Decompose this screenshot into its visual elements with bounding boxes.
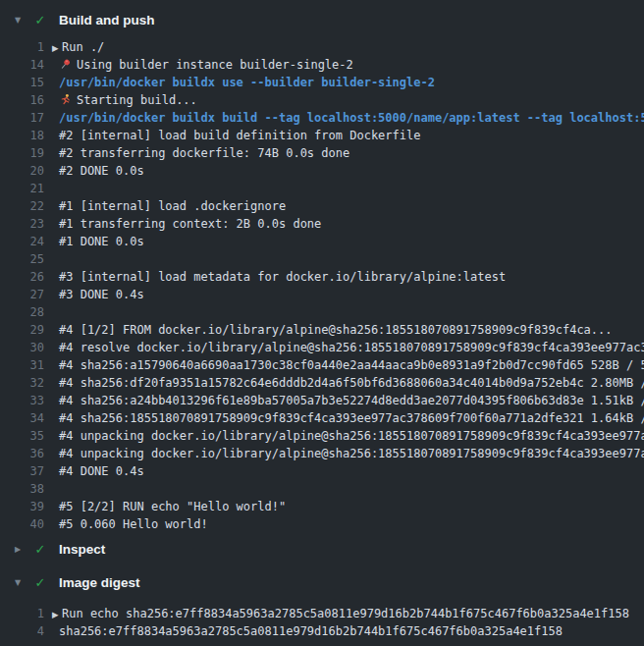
log-line: 39#5 [2/2] RUN echo "Hello world!": [0, 498, 644, 515]
line-number[interactable]: 17: [0, 109, 44, 127]
line-number[interactable]: 37: [0, 462, 44, 480]
line-number[interactable]: 16: [0, 91, 44, 109]
line-number[interactable]: 40: [0, 515, 44, 533]
log-line: 27#3 DONE 0.4s: [0, 286, 644, 303]
log-line: 29#4 [1/2] FROM docker.io/library/alpine…: [0, 321, 644, 339]
chevron-right-icon[interactable]: ▶: [10, 545, 26, 554]
line-content: [44, 180, 644, 197]
step-section-image-digest: ▼✓Image digest1▶Run echo sha256:e7ff8834…: [0, 570, 644, 646]
line-text: #2 DONE 0.0s: [59, 164, 144, 178]
line-number[interactable]: 1: [0, 605, 44, 622]
line-number[interactable]: 18: [0, 127, 44, 144]
job-logs: ▼✓Build and push1▶Run ./14Using builder …: [0, 0, 644, 646]
expand-toggle-icon[interactable]: ▶: [52, 39, 62, 56]
log-line: 37#4 DONE 0.4s: [0, 462, 644, 480]
line-number[interactable]: 31: [0, 356, 44, 374]
log-line: 34#4 sha256:185518070891758909c9f839cf4c…: [0, 409, 644, 427]
step-title: Build and push: [59, 13, 155, 27]
log-line: 4sha256:e7ff8834a5963a2785c5a0811e979d16…: [0, 622, 644, 640]
line-text: #1 [internal] load .dockerignore: [59, 199, 286, 213]
line-content: [44, 303, 644, 321]
expand-toggle-icon[interactable]: ▶: [52, 606, 62, 622]
line-number[interactable]: 24: [0, 233, 44, 250]
line-number[interactable]: 34: [0, 409, 44, 427]
line-number[interactable]: 39: [0, 498, 44, 515]
line-number[interactable]: 1: [0, 38, 44, 56]
log-block: 1▶Run ./14Using builder instance builder…: [0, 31, 644, 537]
line-number[interactable]: 26: [0, 268, 44, 286]
log-line: 25: [0, 250, 644, 268]
line-number[interactable]: 23: [0, 215, 44, 233]
log-line: 22#1 [internal] load .dockerignore: [0, 197, 644, 215]
line-number[interactable]: 19: [0, 144, 44, 162]
line-content: #3 [internal] load metadata for docker.i…: [44, 268, 644, 286]
step-title: Inspect: [59, 542, 105, 557]
line-content: sha256:e7ff8834a5963a2785c5a0811e979d16b…: [44, 622, 644, 640]
line-text: Run echo sha256:e7ff8834a5963a2785c5a081…: [62, 607, 629, 620]
line-content: #1 DONE 0.0s: [44, 233, 644, 250]
line-text: #4 sha256:a15790640a6690aa1730c38cf0a440…: [59, 358, 644, 372]
line-text: #4 unpacking docker.io/library/alpine@sh…: [59, 447, 644, 460]
log-line: 38: [0, 480, 644, 498]
check-icon: ✓: [32, 575, 48, 590]
line-content: #4 resolve docker.io/library/alpine@sha2…: [44, 339, 644, 356]
line-number[interactable]: 30: [0, 339, 44, 356]
line-content: #4 unpacking docker.io/library/alpine@sh…: [44, 427, 644, 445]
log-line: 1▶Run ./: [0, 38, 644, 56]
step-header-build-and-push[interactable]: ▼✓Build and push: [0, 8, 644, 31]
line-content: [44, 250, 644, 268]
line-number[interactable]: 38: [0, 480, 44, 498]
line-number[interactable]: 14: [0, 56, 44, 74]
line-number[interactable]: 27: [0, 286, 44, 303]
line-content: #1 transferring context: 2B 0.0s done: [44, 215, 644, 233]
chevron-down-icon[interactable]: ▼: [10, 16, 26, 25]
step-section-build-and-push: ▼✓Build and push1▶Run ./14Using builder …: [0, 8, 644, 537]
line-text: #4 sha256:df20fa9351a15782c64e6dddb2d4a6…: [59, 376, 644, 390]
log-line: 15/usr/bin/docker buildx use --builder b…: [0, 74, 644, 91]
line-content: Using builder instance builder-single-2: [44, 56, 644, 74]
line-text: #1 transferring context: 2B 0.0s done: [59, 217, 321, 231]
line-content: #5 0.060 Hello world!: [44, 515, 644, 533]
line-text: Starting build...: [77, 93, 197, 107]
log-line: 40#5 0.060 Hello world!: [0, 515, 644, 533]
line-number[interactable]: 22: [0, 197, 44, 215]
line-number[interactable]: 35: [0, 427, 44, 445]
log-line: 21: [0, 180, 644, 197]
line-number[interactable]: 33: [0, 392, 44, 409]
line-number[interactable]: 20: [0, 162, 44, 180]
line-number[interactable]: 32: [0, 374, 44, 392]
line-text: #2 transferring dockerfile: 74B 0.0s don…: [59, 146, 349, 160]
chevron-down-icon[interactable]: ▼: [10, 578, 26, 587]
line-content: /usr/bin/docker buildx use --builder bui…: [44, 74, 644, 91]
line-number[interactable]: 21: [0, 180, 44, 197]
line-content: #3 DONE 0.4s: [44, 286, 644, 303]
line-text: #4 unpacking docker.io/library/alpine@sh…: [59, 429, 644, 443]
line-text: #4 [1/2] FROM docker.io/library/alpine@s…: [59, 323, 613, 337]
line-content: #2 DONE 0.0s: [44, 162, 644, 180]
step-header-inspect[interactable]: ▶✓Inspect: [0, 537, 644, 561]
line-number[interactable]: 36: [0, 445, 44, 462]
line-text: sha256:e7ff8834a5963a2785c5a0811e979d16b…: [59, 624, 563, 638]
line-number[interactable]: 4: [0, 622, 44, 640]
line-number[interactable]: 25: [0, 250, 44, 268]
log-line: 36#4 unpacking docker.io/library/alpine@…: [0, 445, 644, 462]
line-content: #4 sha256:a24bb4013296f61e89ba57005a7b3e…: [44, 392, 644, 409]
line-content: Starting build...: [44, 91, 644, 109]
runner-icon: [59, 93, 72, 106]
line-number[interactable]: 29: [0, 321, 44, 339]
line-text: #3 [internal] load metadata for docker.i…: [59, 270, 506, 284]
log-line: 24#1 DONE 0.0s: [0, 233, 644, 250]
line-content: #2 transferring dockerfile: 74B 0.0s don…: [44, 144, 644, 162]
log-line: 16Starting build...: [0, 91, 644, 109]
line-number[interactable]: 28: [0, 303, 44, 321]
log-line: 30#4 resolve docker.io/library/alpine@sh…: [0, 339, 644, 356]
step-header-image-digest[interactable]: ▼✓Image digest: [0, 570, 644, 594]
line-number[interactable]: 15: [0, 74, 44, 91]
log-line: 23#1 transferring context: 2B 0.0s done: [0, 215, 644, 233]
line-content: #2 [internal] load build definition from…: [44, 127, 644, 144]
line-text: #3 DONE 0.4s: [59, 288, 144, 301]
log-line: 31#4 sha256:a15790640a6690aa1730c38cf0a4…: [0, 356, 644, 374]
log-block: 1▶Run echo sha256:e7ff8834a5963a2785c5a0…: [0, 594, 644, 646]
line-text: Run ./: [62, 40, 104, 54]
step-title: Image digest: [59, 575, 140, 590]
